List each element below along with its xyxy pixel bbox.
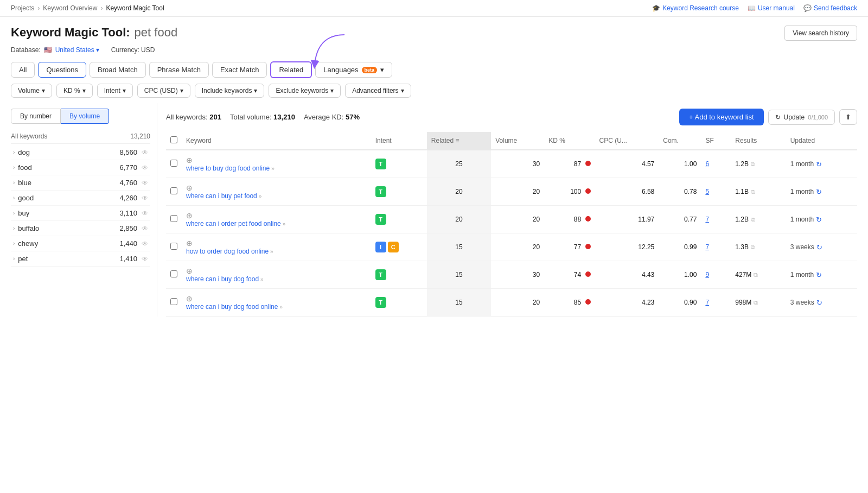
sf-link[interactable]: 7	[705, 299, 709, 306]
refresh-icon[interactable]: ↻	[816, 299, 822, 307]
row-checkbox[interactable]	[170, 160, 177, 167]
sf-cell: 7	[701, 233, 731, 261]
sf-link[interactable]: 6	[705, 160, 709, 168]
cpc-filter[interactable]: CPC (USD) ▾	[137, 84, 190, 98]
by-volume-button[interactable]: By volume	[61, 109, 109, 124]
keyword-cell[interactable]: ⊕ where can i order pet food online »	[182, 206, 371, 233]
breadcrumb-sep1: ›	[37, 4, 40, 12]
refresh-icon[interactable]: ↻	[816, 243, 822, 251]
update-button[interactable]: ↻ Update 0/1,000	[768, 110, 835, 125]
keyword-cell[interactable]: ⊕ where to buy dog food online »	[182, 150, 371, 178]
row-checkbox[interactable]	[170, 187, 177, 194]
eye-icon[interactable]: 👁	[142, 194, 148, 202]
add-circle-icon[interactable]: ⊕	[186, 211, 193, 220]
sidebar-header: All keywords 13,210	[11, 129, 150, 144]
col-kd: KD %	[544, 132, 595, 150]
tab-questions[interactable]: Questions	[38, 62, 86, 78]
sidebar-item[interactable]: › dog 8,560 👁	[11, 145, 150, 160]
results-cell: 998M ⧉	[731, 289, 786, 317]
include-keywords-filter[interactable]: Include keywords ▾	[195, 84, 265, 98]
sf-link[interactable]: 7	[705, 216, 709, 223]
research-course-link[interactable]: 🎓 Keyword Research course	[652, 4, 739, 12]
keyword-link[interactable]: where can i buy dog food online »	[186, 303, 367, 311]
tab-languages[interactable]: Languages beta ▾	[315, 62, 392, 78]
breadcrumb-keyword-overview[interactable]: Keyword Overview	[43, 4, 97, 12]
tab-exact-match[interactable]: Exact Match	[212, 62, 267, 78]
eye-icon[interactable]: 👁	[142, 225, 148, 232]
sidebar-word: good	[18, 194, 34, 202]
chevron-right-icon: ›	[13, 165, 15, 170]
add-circle-icon[interactable]: ⊕	[186, 294, 193, 303]
refresh-icon[interactable]: ↻	[816, 160, 822, 168]
export-button[interactable]: ⬆	[839, 109, 857, 125]
keyword-cell[interactable]: ⊕ where can i buy pet food »	[182, 178, 371, 206]
sidebar-item[interactable]: › buy 3,110 👁	[11, 206, 150, 221]
keyword-arrows: »	[260, 276, 264, 282]
by-number-button[interactable]: By number	[11, 109, 61, 124]
add-circle-icon[interactable]: ⊕	[186, 267, 193, 275]
breadcrumb-projects[interactable]: Projects	[11, 4, 34, 12]
keyword-cell[interactable]: ⊕ where can i buy dog food online »	[182, 289, 371, 317]
sidebar-item[interactable]: › pet 1,410 👁	[11, 251, 150, 267]
sidebar-count: 8,560	[119, 148, 137, 156]
keyword-link[interactable]: where can i order pet food online »	[186, 220, 367, 227]
eye-icon[interactable]: 👁	[142, 255, 148, 263]
kd-filter[interactable]: KD % ▾	[56, 84, 93, 98]
row-checkbox[interactable]	[170, 270, 177, 277]
eye-icon[interactable]: 👁	[142, 240, 148, 248]
country-selector[interactable]: United States ▾	[55, 46, 99, 54]
sf-link[interactable]: 9	[705, 271, 709, 279]
intent-cell: T	[371, 261, 427, 289]
row-checkbox[interactable]	[170, 243, 177, 250]
row-checkbox[interactable]	[170, 215, 177, 222]
keyword-link[interactable]: how to order dog food online »	[186, 248, 367, 255]
eye-icon[interactable]: 👁	[142, 164, 148, 172]
results-cell: 1.2B ⧉	[731, 150, 786, 178]
sidebar-item[interactable]: › buffalo 2,850 👁	[11, 221, 150, 236]
sidebar-item[interactable]: › chewy 1,440 👁	[11, 236, 150, 251]
select-all-checkbox[interactable]	[170, 136, 177, 143]
tab-all[interactable]: All	[11, 62, 35, 78]
add-circle-icon[interactable]: ⊕	[186, 239, 193, 248]
row-checkbox[interactable]	[170, 298, 177, 305]
table-stats: All keywords: 201 Total volume: 13,210 A…	[166, 113, 360, 121]
refresh-icon[interactable]: ↻	[816, 188, 822, 196]
sidebar-word: pet	[18, 255, 28, 263]
intent-badges: T	[375, 186, 423, 197]
tab-broad-match[interactable]: Broad Match	[90, 62, 146, 78]
eye-icon[interactable]: 👁	[142, 179, 148, 187]
table-body: ⊕ where to buy dog food online » T 25 30…	[166, 150, 857, 317]
keyword-cell[interactable]: ⊕ how to order dog food online »	[182, 233, 371, 261]
sidebar-header-count: 13,210	[130, 132, 150, 140]
chevron-right-icon: ›	[13, 180, 15, 186]
view-history-button[interactable]: View search history	[784, 26, 857, 41]
exclude-keywords-filter[interactable]: Exclude keywords ▾	[269, 84, 341, 98]
add-to-keyword-list-button[interactable]: + Add to keyword list	[679, 109, 764, 125]
advanced-filters-filter[interactable]: Advanced filters ▾	[345, 84, 411, 98]
refresh-icon[interactable]: ↻	[816, 216, 822, 224]
keyword-link[interactable]: where to buy dog food online »	[186, 165, 367, 172]
sf-link[interactable]: 7	[705, 243, 709, 251]
sidebar-item[interactable]: › good 4,260 👁	[11, 191, 150, 206]
user-manual-link[interactable]: 📖 User manual	[748, 4, 795, 12]
intent-filter[interactable]: Intent ▾	[97, 84, 133, 98]
tab-related[interactable]: Related	[270, 61, 312, 78]
sidebar-item[interactable]: › food 6,770 👁	[11, 160, 150, 175]
col-updated: Updated	[786, 132, 857, 150]
keyword-link[interactable]: where can i buy pet food »	[186, 192, 367, 200]
cpc-cell: 4.43	[595, 261, 659, 289]
eye-icon[interactable]: 👁	[142, 210, 148, 217]
kd-dot	[585, 271, 591, 277]
keyword-cell[interactable]: ⊕ where can i buy dog food »	[182, 261, 371, 289]
send-feedback-link[interactable]: 💬 Send feedback	[803, 4, 857, 12]
eye-icon[interactable]: 👁	[142, 149, 148, 156]
add-circle-icon[interactable]: ⊕	[186, 156, 193, 165]
add-circle-icon[interactable]: ⊕	[186, 184, 193, 192]
volume-filter[interactable]: Volume ▾	[11, 84, 52, 98]
sf-link[interactable]: 5	[705, 188, 709, 195]
tab-phrase-match[interactable]: Phrase Match	[149, 62, 209, 78]
select-all-header	[166, 132, 182, 150]
sidebar-item[interactable]: › blue 4,760 👁	[11, 175, 150, 191]
keyword-link[interactable]: where can i buy dog food »	[186, 275, 367, 283]
refresh-icon[interactable]: ↻	[816, 271, 822, 279]
